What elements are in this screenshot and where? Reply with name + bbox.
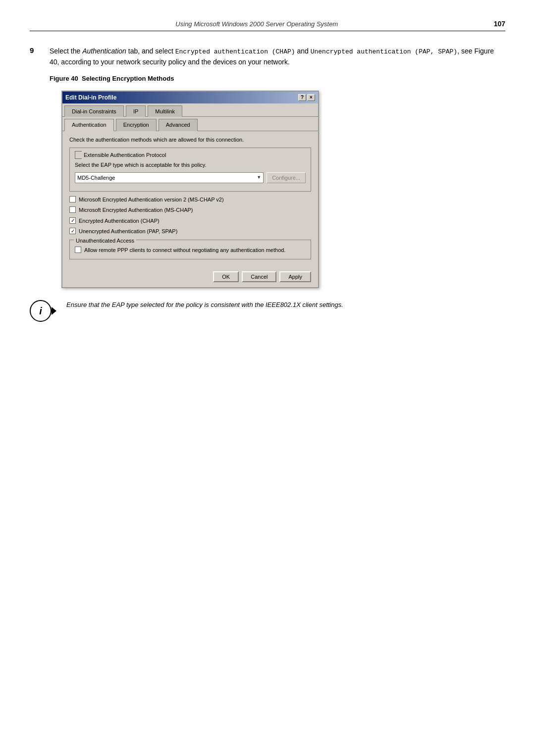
dialog-wrapper: Edit Dial-in Profile ? × Dial-in Constra… (61, 91, 505, 289)
info-i-letter: i (39, 305, 42, 317)
inline-code-1: Encrypted authentication (CHAP) (175, 48, 295, 55)
info-section: i Ensure that the EAP type selected for … (30, 300, 505, 322)
eap-bracket (75, 151, 82, 159)
configure-button[interactable]: Configure... (267, 172, 306, 183)
info-arrow-icon (52, 307, 56, 315)
eap-sub-text: Select the EAP type which is acceptable … (75, 161, 306, 169)
step-text-italic: Authentication (82, 47, 126, 55)
tab-encryption[interactable]: Encryption (116, 119, 157, 131)
eap-type-dropdown[interactable]: MD5-Challenge ▼ (75, 172, 264, 183)
checkbox-pap-spap-label: Unencrypted Authentication (PAP, SPAP) (79, 227, 177, 236)
titlebar-controls: ? × (298, 94, 315, 101)
checkbox-chap-input[interactable] (69, 217, 76, 224)
step-number: 9 (30, 46, 42, 288)
tab-ip[interactable]: IP (126, 105, 146, 117)
tabs-row-2: Authentication Encryption Advanced (62, 117, 318, 131)
checkbox-ms-chap: Microsoft Encrypted Authentication (MS-C… (69, 206, 311, 214)
unauthenticated-group: Unauthenticated Access Allow remote PPP … (69, 240, 311, 260)
edit-dial-in-profile-dialog: Edit Dial-in Profile ? × Dial-in Constra… (61, 91, 319, 289)
dialog-titlebar: Edit Dial-in Profile ? × (62, 92, 318, 103)
eap-group-box: Extensible Authentication Protocol Selec… (69, 148, 311, 192)
step-text-part2: tab, and select (126, 47, 175, 55)
dialog-title: Edit Dial-in Profile (65, 93, 116, 102)
tab-multilink[interactable]: Multilink (148, 105, 182, 117)
checkbox-ms-chap-label: Microsoft Encrypted Authentication (MS-C… (79, 206, 193, 214)
help-button[interactable]: ? (298, 94, 306, 101)
info-icon: i (30, 300, 52, 322)
checkbox-chap-label: Encrypted Authentication (CHAP) (79, 217, 160, 225)
info-icon-wrapper: i (30, 300, 52, 322)
checkbox-ms-chap-input[interactable] (69, 206, 76, 213)
cancel-button[interactable]: Cancel (242, 271, 276, 282)
page-number: 107 (494, 20, 505, 28)
dialog-body: Check the authentication methods which a… (62, 131, 318, 269)
checkbox-ms-chap-v2: Microsoft Encrypted Authentication versi… (69, 196, 311, 204)
step-9-section: 9 Select the Authentication tab, and sel… (30, 46, 505, 288)
close-button[interactable]: × (307, 94, 315, 101)
checkbox-pap-spap: Unencrypted Authentication (PAP, SPAP) (69, 227, 311, 236)
page-container: Using Microsoft Windows 2000 Server Oper… (0, 0, 535, 756)
eap-group-header: Extensible Authentication Protocol (75, 151, 306, 159)
step-content: Select the Authentication tab, and selec… (50, 46, 505, 288)
eap-group-label: Extensible Authentication Protocol (84, 151, 166, 159)
figure-label: Figure 40 Selecting Encryption Methods (50, 75, 174, 82)
apply-button[interactable]: Apply (279, 271, 311, 282)
dropdown-row: MD5-Challenge ▼ Configure... (75, 172, 306, 183)
checkbox-ms-chap-v2-input[interactable] (69, 196, 76, 202)
step-text-part1: Select the (50, 47, 82, 55)
allow-label: Allow remote PPP clients to connect with… (84, 246, 285, 254)
step-text-and: and (295, 47, 311, 55)
dropdown-arrow-icon: ▼ (257, 174, 261, 181)
tab-advanced[interactable]: Advanced (159, 119, 198, 131)
dialog-footer: OK Cancel Apply (62, 268, 318, 287)
info-note-text: Ensure that the EAP type selected for th… (66, 300, 343, 310)
checkbox-ms-chap-v2-label: Microsoft Encrypted Authentication versi… (79, 196, 224, 204)
checkbox-pap-spap-input[interactable] (69, 228, 76, 234)
unauthenticated-title: Unauthenticated Access (74, 237, 136, 245)
intro-text: Check the authentication methods which a… (69, 136, 311, 144)
tabs-row-1: Dial-in Constraints IP Multilink (62, 103, 318, 117)
allow-checkbox-input[interactable] (75, 247, 81, 253)
page-header: Using Microsoft Windows 2000 Server Oper… (30, 20, 505, 31)
allow-row: Allow remote PPP clients to connect with… (75, 246, 306, 254)
checkbox-chap: Encrypted Authentication (CHAP) (69, 217, 311, 225)
figure-label-container: Figure 40 Selecting Encryption Methods (50, 73, 505, 84)
tab-dial-in-constraints[interactable]: Dial-in Constraints (64, 105, 124, 117)
tab-authentication[interactable]: Authentication (64, 119, 114, 131)
ok-button[interactable]: OK (213, 271, 239, 282)
inline-code-2: Unencrypted authentication (PAP, SPAP) (311, 48, 457, 55)
header-text: Using Microsoft Windows 2000 Server Oper… (30, 20, 484, 28)
